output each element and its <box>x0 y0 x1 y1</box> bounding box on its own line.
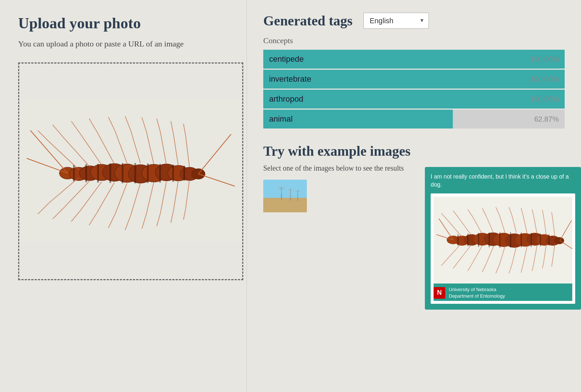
tooltip-image-frame: N University of Nebraska Department of E… <box>431 193 575 304</box>
svg-point-93 <box>554 237 564 244</box>
tag-name-arthropod: arthropod <box>269 94 303 104</box>
unl-name: University of Nebraska <box>449 287 496 292</box>
svg-rect-67 <box>263 180 307 198</box>
svg-rect-68 <box>263 198 307 212</box>
centipede-illustration <box>19 64 242 279</box>
svg-point-12 <box>192 169 205 179</box>
tag-name-centipede: centipede <box>269 54 304 64</box>
svg-rect-102 <box>540 233 541 246</box>
upload-title: Upload your photo <box>18 15 228 32</box>
tag-row-animal: animal 62.87% <box>263 110 565 128</box>
svg-rect-103 <box>548 234 549 245</box>
upload-description: You can upload a photo or paste a URL of… <box>18 38 228 50</box>
svg-rect-14 <box>85 164 87 182</box>
tag-percent-arthropod: 100.00% <box>530 95 559 103</box>
svg-rect-100 <box>521 232 522 247</box>
tag-percent-centipede: 100.00% <box>530 55 559 64</box>
unl-institution-text: University of Nebraska Department of Ent… <box>449 286 505 299</box>
svg-rect-101 <box>531 233 532 247</box>
svg-rect-22 <box>183 166 185 180</box>
svg-rect-13 <box>73 165 74 181</box>
svg-rect-95 <box>467 233 468 246</box>
svg-rect-17 <box>122 163 123 183</box>
tag-name-invertebrate: invertebrate <box>269 74 311 84</box>
generated-tags-title: Generated tags <box>263 13 353 29</box>
unl-logo: N <box>434 287 445 299</box>
upload-zone[interactable] <box>18 62 243 280</box>
tooltip-centipede-image <box>434 196 572 283</box>
example-thumb-windmill[interactable] <box>263 180 307 212</box>
tag-bar-fill-arthropod <box>263 90 565 109</box>
svg-rect-15 <box>97 164 99 182</box>
tag-row-centipede: centipede 100.00% <box>263 50 565 69</box>
try-examples-title: Try with example images <box>263 143 565 159</box>
language-select-wrapper[interactable]: English Spanish French German Chinese Ja… <box>363 13 429 29</box>
svg-rect-97 <box>489 232 490 247</box>
uploaded-image-container <box>19 64 242 279</box>
svg-rect-99 <box>510 232 511 248</box>
svg-rect-20 <box>159 164 161 182</box>
tag-row-invertebrate: invertebrate 100.00% <box>263 70 565 89</box>
svg-rect-19 <box>147 163 149 183</box>
right-header: Generated tags English Spanish French Ge… <box>263 13 565 29</box>
tag-percent-invertebrate: 100.00% <box>530 75 559 83</box>
tag-bar-invertebrate: invertebrate 100.00% <box>263 70 565 89</box>
unl-dept: Department of Entomology <box>449 293 505 299</box>
tooltip-card: I am not really confident, but I think i… <box>425 167 581 310</box>
svg-rect-94 <box>458 234 459 245</box>
tags-container: centipede 100.00% invertebrate 100.00% a… <box>263 50 565 128</box>
svg-rect-98 <box>499 232 500 248</box>
tooltip-footer: N University of Nebraska Department of E… <box>434 283 572 301</box>
concepts-label: Concepts <box>263 36 565 45</box>
tooltip-text: I am not really confident, but I think i… <box>431 173 575 189</box>
svg-rect-16 <box>110 163 111 183</box>
svg-rect-96 <box>478 233 479 247</box>
tag-percent-animal: 62.87% <box>534 115 559 123</box>
tag-bar-animal: animal 62.87% <box>263 110 565 128</box>
tag-name-animal: animal <box>269 114 293 124</box>
tag-bar-centipede: centipede 100.00% <box>263 50 565 69</box>
right-panel: Generated tags English Spanish French Ge… <box>247 0 581 392</box>
tag-row-arthropod: arthropod 100.00% <box>263 90 565 109</box>
language-select[interactable]: English Spanish French German Chinese Ja… <box>363 13 429 29</box>
tag-bar-arthropod: arthropod 100.00% <box>263 90 565 109</box>
tag-bar-fill-centipede <box>263 50 565 69</box>
svg-rect-18 <box>134 163 136 183</box>
left-panel: Upload your photo You can upload a photo… <box>0 0 247 392</box>
svg-rect-21 <box>172 164 174 181</box>
